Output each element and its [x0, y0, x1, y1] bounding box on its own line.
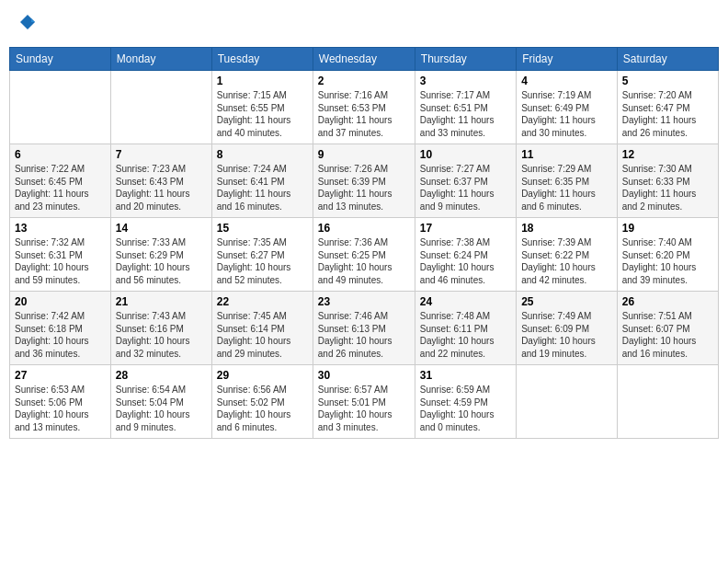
day-number: 14: [116, 222, 207, 235]
day-info: Sunrise: 7:33 AM Sunset: 6:29 PM Dayligh…: [116, 236, 207, 286]
day-info: Sunrise: 7:17 AM Sunset: 6:51 PM Dayligh…: [420, 89, 511, 139]
day-info: Sunrise: 6:56 AM Sunset: 5:02 PM Dayligh…: [217, 384, 308, 433]
calendar-cell: [10, 71, 111, 144]
calendar-cell: 12Sunrise: 7:30 AM Sunset: 6:33 PM Dayli…: [617, 144, 718, 218]
calendar-cell: 27Sunrise: 6:53 AM Sunset: 5:06 PM Dayli…: [10, 365, 111, 439]
calendar-cell: 11Sunrise: 7:29 AM Sunset: 6:35 PM Dayli…: [517, 144, 618, 218]
day-info: Sunrise: 7:32 AM Sunset: 6:31 PM Dayligh…: [15, 236, 106, 286]
calendar-header-monday: Monday: [110, 48, 211, 71]
day-info: Sunrise: 7:36 AM Sunset: 6:25 PM Dayligh…: [318, 236, 410, 286]
day-info: Sunrise: 7:30 AM Sunset: 6:33 PM Dayligh…: [622, 163, 713, 213]
day-info: Sunrise: 7:29 AM Sunset: 6:35 PM Dayligh…: [521, 163, 612, 213]
calendar-cell: 28Sunrise: 6:54 AM Sunset: 5:04 PM Dayli…: [110, 365, 211, 439]
day-number: 21: [116, 295, 207, 308]
day-info: Sunrise: 7:48 AM Sunset: 6:11 PM Dayligh…: [420, 310, 511, 360]
calendar-cell: 4Sunrise: 7:19 AM Sunset: 6:49 PM Daylig…: [517, 71, 618, 144]
day-number: 6: [15, 148, 106, 161]
calendar-cell: 30Sunrise: 6:57 AM Sunset: 5:01 PM Dayli…: [313, 365, 415, 439]
day-number: 26: [622, 295, 713, 308]
calendar-cell: 9Sunrise: 7:26 AM Sunset: 6:39 PM Daylig…: [313, 144, 415, 218]
day-number: 11: [521, 148, 612, 161]
day-number: 4: [521, 75, 612, 87]
day-number: 20: [15, 295, 106, 308]
day-number: 24: [420, 295, 511, 308]
calendar-cell: 19Sunrise: 7:40 AM Sunset: 6:20 PM Dayli…: [617, 218, 718, 292]
calendar-week-row: 1Sunrise: 7:15 AM Sunset: 6:55 PM Daylig…: [10, 71, 719, 144]
calendar-cell: 16Sunrise: 7:36 AM Sunset: 6:25 PM Dayli…: [313, 218, 415, 292]
day-info: Sunrise: 7:20 AM Sunset: 6:47 PM Dayligh…: [622, 89, 713, 139]
day-number: 25: [521, 295, 612, 308]
logo-icon: [18, 13, 37, 31]
day-info: Sunrise: 7:26 AM Sunset: 6:39 PM Dayligh…: [318, 163, 410, 213]
day-number: 31: [420, 369, 511, 382]
day-number: 5: [622, 75, 713, 87]
day-info: Sunrise: 7:16 AM Sunset: 6:53 PM Dayligh…: [318, 89, 410, 139]
calendar-cell: 22Sunrise: 7:45 AM Sunset: 6:14 PM Dayli…: [211, 292, 313, 365]
page-header: [9, 9, 719, 40]
day-info: Sunrise: 6:53 AM Sunset: 5:06 PM Dayligh…: [15, 384, 106, 433]
day-number: 1: [217, 75, 308, 87]
day-number: 12: [622, 148, 713, 161]
calendar-header-wednesday: Wednesday: [313, 48, 415, 71]
calendar-cell: 17Sunrise: 7:38 AM Sunset: 6:24 PM Dayli…: [415, 218, 516, 292]
day-info: Sunrise: 7:46 AM Sunset: 6:13 PM Dayligh…: [318, 310, 410, 360]
day-number: 27: [15, 369, 106, 382]
day-number: 22: [217, 295, 308, 308]
day-number: 18: [521, 222, 612, 235]
calendar-cell: 10Sunrise: 7:27 AM Sunset: 6:37 PM Dayli…: [415, 144, 516, 218]
calendar-header-friday: Friday: [517, 48, 618, 71]
day-info: Sunrise: 7:38 AM Sunset: 6:24 PM Dayligh…: [420, 236, 511, 286]
calendar-week-row: 13Sunrise: 7:32 AM Sunset: 6:31 PM Dayli…: [10, 218, 719, 292]
calendar-cell: 23Sunrise: 7:46 AM Sunset: 6:13 PM Dayli…: [313, 292, 415, 365]
calendar-cell: 14Sunrise: 7:33 AM Sunset: 6:29 PM Dayli…: [110, 218, 211, 292]
calendar-cell: 31Sunrise: 6:59 AM Sunset: 4:59 PM Dayli…: [415, 365, 516, 439]
day-number: 3: [420, 75, 511, 87]
calendar-cell: 1Sunrise: 7:15 AM Sunset: 6:55 PM Daylig…: [211, 71, 313, 144]
day-info: Sunrise: 6:59 AM Sunset: 4:59 PM Dayligh…: [420, 384, 511, 433]
calendar-week-row: 20Sunrise: 7:42 AM Sunset: 6:18 PM Dayli…: [10, 292, 719, 365]
day-info: Sunrise: 7:23 AM Sunset: 6:43 PM Dayligh…: [116, 163, 207, 213]
calendar-week-row: 27Sunrise: 6:53 AM Sunset: 5:06 PM Dayli…: [10, 365, 719, 439]
day-info: Sunrise: 7:45 AM Sunset: 6:14 PM Dayligh…: [217, 310, 308, 360]
day-info: Sunrise: 6:57 AM Sunset: 5:01 PM Dayligh…: [318, 384, 410, 433]
day-info: Sunrise: 7:49 AM Sunset: 6:09 PM Dayligh…: [521, 310, 612, 360]
calendar-cell: 25Sunrise: 7:49 AM Sunset: 6:09 PM Dayli…: [517, 292, 618, 365]
day-number: 15: [217, 222, 308, 235]
calendar-cell: 24Sunrise: 7:48 AM Sunset: 6:11 PM Dayli…: [415, 292, 516, 365]
calendar-header-sunday: Sunday: [10, 48, 111, 71]
calendar-header-tuesday: Tuesday: [211, 48, 313, 71]
day-number: 2: [318, 75, 410, 87]
day-info: Sunrise: 7:39 AM Sunset: 6:22 PM Dayligh…: [521, 236, 612, 286]
calendar-cell: 3Sunrise: 7:17 AM Sunset: 6:51 PM Daylig…: [415, 71, 516, 144]
day-number: 9: [318, 148, 410, 161]
calendar-table: SundayMondayTuesdayWednesdayThursdayFrid…: [9, 47, 719, 439]
day-info: Sunrise: 7:43 AM Sunset: 6:16 PM Dayligh…: [116, 310, 207, 360]
day-number: 16: [318, 222, 410, 235]
calendar-cell: 18Sunrise: 7:39 AM Sunset: 6:22 PM Dayli…: [517, 218, 618, 292]
calendar-cell: 21Sunrise: 7:43 AM Sunset: 6:16 PM Dayli…: [110, 292, 211, 365]
day-number: 30: [318, 369, 410, 382]
day-number: 7: [116, 148, 207, 161]
calendar-cell: [517, 365, 618, 439]
calendar-cell: 5Sunrise: 7:20 AM Sunset: 6:47 PM Daylig…: [617, 71, 718, 144]
calendar-cell: 20Sunrise: 7:42 AM Sunset: 6:18 PM Dayli…: [10, 292, 111, 365]
day-number: 10: [420, 148, 511, 161]
day-number: 8: [217, 148, 308, 161]
logo: [17, 13, 39, 36]
day-number: 29: [217, 369, 308, 382]
day-number: 23: [318, 295, 410, 308]
day-number: 19: [622, 222, 713, 235]
day-info: Sunrise: 7:40 AM Sunset: 6:20 PM Dayligh…: [622, 236, 713, 286]
day-number: 13: [15, 222, 106, 235]
calendar-week-row: 6Sunrise: 7:22 AM Sunset: 6:45 PM Daylig…: [10, 144, 719, 218]
day-number: 17: [420, 222, 511, 235]
day-info: Sunrise: 7:19 AM Sunset: 6:49 PM Dayligh…: [521, 89, 612, 139]
day-info: Sunrise: 7:27 AM Sunset: 6:37 PM Dayligh…: [420, 163, 511, 213]
calendar-cell: 29Sunrise: 6:56 AM Sunset: 5:02 PM Dayli…: [211, 365, 313, 439]
day-info: Sunrise: 7:51 AM Sunset: 6:07 PM Dayligh…: [622, 310, 713, 360]
calendar-cell: [617, 365, 718, 439]
calendar-cell: 15Sunrise: 7:35 AM Sunset: 6:27 PM Dayli…: [211, 218, 313, 292]
calendar-header-thursday: Thursday: [415, 48, 516, 71]
day-info: Sunrise: 6:54 AM Sunset: 5:04 PM Dayligh…: [116, 384, 207, 433]
day-info: Sunrise: 7:24 AM Sunset: 6:41 PM Dayligh…: [217, 163, 308, 213]
